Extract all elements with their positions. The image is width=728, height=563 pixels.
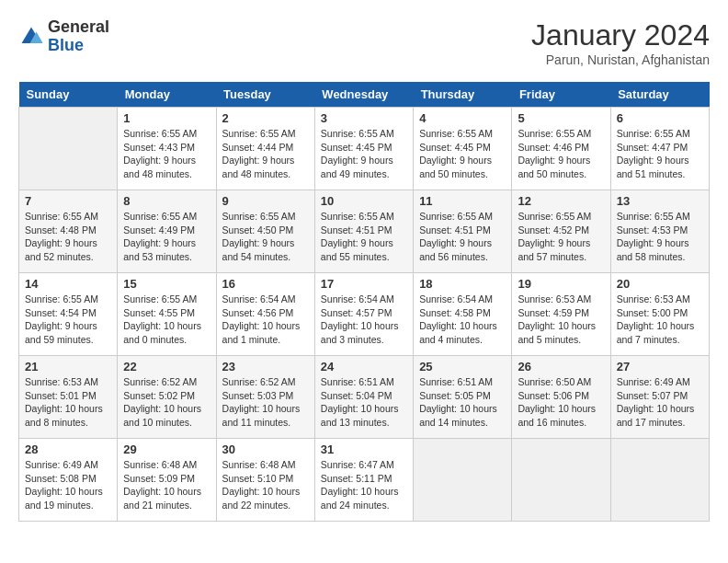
month-title: January 2024 bbox=[531, 18, 710, 52]
day-info: Sunrise: 6:55 AMSunset: 4:43 PMDaylight:… bbox=[123, 127, 210, 181]
page-header: General Blue January 2024 Parun, Nurista… bbox=[18, 18, 710, 67]
day-number: 29 bbox=[123, 442, 210, 456]
calendar-cell: 24Sunrise: 6:51 AMSunset: 5:04 PMDayligh… bbox=[314, 356, 413, 439]
day-number: 18 bbox=[419, 277, 506, 291]
logo: General Blue bbox=[18, 18, 109, 55]
calendar-cell: 28Sunrise: 6:49 AMSunset: 5:08 PMDayligh… bbox=[19, 439, 118, 522]
calendar-cell: 31Sunrise: 6:47 AMSunset: 5:11 PMDayligh… bbox=[314, 439, 413, 522]
calendar-cell: 17Sunrise: 6:54 AMSunset: 4:57 PMDayligh… bbox=[314, 273, 413, 356]
day-info: Sunrise: 6:55 AMSunset: 4:53 PMDaylight:… bbox=[617, 210, 703, 264]
day-number: 2 bbox=[222, 111, 309, 125]
day-info: Sunrise: 6:55 AMSunset: 4:51 PMDaylight:… bbox=[321, 210, 407, 264]
day-number: 21 bbox=[25, 360, 111, 373]
calendar-cell: 13Sunrise: 6:55 AMSunset: 4:53 PMDayligh… bbox=[610, 190, 709, 273]
calendar-cell: 1Sunrise: 6:55 AMSunset: 4:43 PMDaylight… bbox=[118, 108, 216, 190]
day-number: 28 bbox=[25, 442, 111, 456]
day-number: 27 bbox=[617, 360, 703, 373]
day-number: 23 bbox=[222, 360, 309, 373]
title-block: January 2024 Parun, Nuristan, Afghanista… bbox=[531, 18, 710, 67]
calendar-cell: 7Sunrise: 6:55 AMSunset: 4:48 PMDaylight… bbox=[19, 190, 118, 273]
header-tuesday: Tuesday bbox=[216, 82, 314, 108]
calendar-cell: 21Sunrise: 6:53 AMSunset: 5:01 PMDayligh… bbox=[19, 356, 118, 439]
day-number: 10 bbox=[321, 194, 407, 208]
calendar-cell: 12Sunrise: 6:55 AMSunset: 4:52 PMDayligh… bbox=[512, 190, 610, 273]
calendar-cell: 29Sunrise: 6:48 AMSunset: 5:09 PMDayligh… bbox=[118, 439, 216, 522]
calendar-cell bbox=[512, 439, 610, 522]
day-info: Sunrise: 6:55 AMSunset: 4:52 PMDaylight:… bbox=[518, 210, 604, 264]
calendar-table: Sunday Monday Tuesday Wednesday Thursday… bbox=[18, 82, 710, 522]
day-number: 20 bbox=[617, 277, 703, 291]
location-subtitle: Parun, Nuristan, Afghanistan bbox=[531, 52, 710, 67]
day-info: Sunrise: 6:55 AMSunset: 4:45 PMDaylight:… bbox=[321, 127, 407, 181]
calendar-cell: 11Sunrise: 6:55 AMSunset: 4:51 PMDayligh… bbox=[414, 190, 512, 273]
day-number: 19 bbox=[518, 277, 604, 291]
day-info: Sunrise: 6:55 AMSunset: 4:50 PMDaylight:… bbox=[222, 210, 309, 264]
calendar-cell: 20Sunrise: 6:53 AMSunset: 5:00 PMDayligh… bbox=[610, 273, 709, 356]
day-info: Sunrise: 6:55 AMSunset: 4:45 PMDaylight:… bbox=[419, 127, 506, 181]
day-info: Sunrise: 6:55 AMSunset: 4:44 PMDaylight:… bbox=[222, 127, 309, 181]
calendar-cell: 8Sunrise: 6:55 AMSunset: 4:49 PMDaylight… bbox=[118, 190, 216, 273]
day-number: 8 bbox=[123, 194, 210, 208]
calendar-cell: 22Sunrise: 6:52 AMSunset: 5:02 PMDayligh… bbox=[118, 356, 216, 439]
day-info: Sunrise: 6:54 AMSunset: 4:56 PMDaylight:… bbox=[222, 293, 309, 347]
day-info: Sunrise: 6:50 AMSunset: 5:06 PMDaylight:… bbox=[518, 375, 604, 430]
day-info: Sunrise: 6:48 AMSunset: 5:10 PMDaylight:… bbox=[222, 458, 309, 512]
logo-text: General Blue bbox=[48, 18, 109, 55]
header-row: Sunday Monday Tuesday Wednesday Thursday… bbox=[19, 82, 710, 108]
calendar-cell: 27Sunrise: 6:49 AMSunset: 5:07 PMDayligh… bbox=[610, 356, 709, 439]
calendar-cell: 23Sunrise: 6:52 AMSunset: 5:03 PMDayligh… bbox=[216, 356, 314, 439]
day-number: 31 bbox=[321, 442, 407, 456]
day-info: Sunrise: 6:49 AMSunset: 5:07 PMDaylight:… bbox=[617, 375, 703, 430]
day-number: 26 bbox=[518, 360, 604, 373]
calendar-cell bbox=[19, 108, 118, 190]
calendar-cell: 6Sunrise: 6:55 AMSunset: 4:47 PMDaylight… bbox=[610, 108, 709, 190]
day-info: Sunrise: 6:47 AMSunset: 5:11 PMDaylight:… bbox=[321, 458, 407, 512]
day-info: Sunrise: 6:52 AMSunset: 5:02 PMDaylight:… bbox=[123, 375, 210, 430]
day-info: Sunrise: 6:54 AMSunset: 4:57 PMDaylight:… bbox=[321, 293, 407, 347]
day-info: Sunrise: 6:55 AMSunset: 4:51 PMDaylight:… bbox=[419, 210, 506, 264]
day-info: Sunrise: 6:53 AMSunset: 4:59 PMDaylight:… bbox=[518, 293, 604, 347]
day-number: 22 bbox=[123, 360, 210, 373]
day-info: Sunrise: 6:52 AMSunset: 5:03 PMDaylight:… bbox=[222, 375, 309, 430]
calendar-week-5: 28Sunrise: 6:49 AMSunset: 5:08 PMDayligh… bbox=[19, 439, 710, 522]
calendar-week-2: 7Sunrise: 6:55 AMSunset: 4:48 PMDaylight… bbox=[19, 190, 710, 273]
day-info: Sunrise: 6:49 AMSunset: 5:08 PMDaylight:… bbox=[25, 458, 111, 512]
day-info: Sunrise: 6:55 AMSunset: 4:46 PMDaylight:… bbox=[518, 127, 604, 181]
calendar-cell: 19Sunrise: 6:53 AMSunset: 4:59 PMDayligh… bbox=[512, 273, 610, 356]
day-number: 6 bbox=[617, 111, 703, 125]
calendar-cell bbox=[414, 439, 512, 522]
calendar-cell: 15Sunrise: 6:55 AMSunset: 4:55 PMDayligh… bbox=[118, 273, 216, 356]
day-info: Sunrise: 6:54 AMSunset: 4:58 PMDaylight:… bbox=[419, 293, 506, 347]
calendar-cell: 5Sunrise: 6:55 AMSunset: 4:46 PMDaylight… bbox=[512, 108, 610, 190]
day-number: 13 bbox=[617, 194, 703, 208]
day-number: 1 bbox=[123, 111, 210, 125]
day-info: Sunrise: 6:55 AMSunset: 4:49 PMDaylight:… bbox=[123, 210, 210, 264]
calendar-cell: 4Sunrise: 6:55 AMSunset: 4:45 PMDaylight… bbox=[414, 108, 512, 190]
header-friday: Friday bbox=[512, 82, 610, 108]
header-saturday: Saturday bbox=[610, 82, 709, 108]
header-wednesday: Wednesday bbox=[314, 82, 413, 108]
calendar-week-1: 1Sunrise: 6:55 AMSunset: 4:43 PMDaylight… bbox=[19, 108, 710, 190]
day-number: 25 bbox=[419, 360, 506, 373]
day-info: Sunrise: 6:53 AMSunset: 5:00 PMDaylight:… bbox=[617, 293, 703, 347]
day-number: 4 bbox=[419, 111, 506, 125]
day-number: 30 bbox=[222, 442, 309, 456]
day-info: Sunrise: 6:53 AMSunset: 5:01 PMDaylight:… bbox=[25, 375, 111, 430]
day-info: Sunrise: 6:51 AMSunset: 5:04 PMDaylight:… bbox=[321, 375, 407, 430]
day-number: 9 bbox=[222, 194, 309, 208]
calendar-cell: 2Sunrise: 6:55 AMSunset: 4:44 PMDaylight… bbox=[216, 108, 314, 190]
day-info: Sunrise: 6:51 AMSunset: 5:05 PMDaylight:… bbox=[419, 375, 506, 430]
logo-icon bbox=[18, 24, 44, 50]
day-number: 17 bbox=[321, 277, 407, 291]
day-number: 3 bbox=[321, 111, 407, 125]
calendar-cell: 16Sunrise: 6:54 AMSunset: 4:56 PMDayligh… bbox=[216, 273, 314, 356]
day-info: Sunrise: 6:55 AMSunset: 4:54 PMDaylight:… bbox=[25, 293, 111, 347]
day-number: 15 bbox=[123, 277, 210, 291]
calendar-cell: 25Sunrise: 6:51 AMSunset: 5:05 PMDayligh… bbox=[414, 356, 512, 439]
calendar-cell bbox=[610, 439, 709, 522]
day-number: 16 bbox=[222, 277, 309, 291]
header-monday: Monday bbox=[118, 82, 216, 108]
calendar-cell: 26Sunrise: 6:50 AMSunset: 5:06 PMDayligh… bbox=[512, 356, 610, 439]
header-sunday: Sunday bbox=[19, 82, 118, 108]
day-number: 11 bbox=[419, 194, 506, 208]
